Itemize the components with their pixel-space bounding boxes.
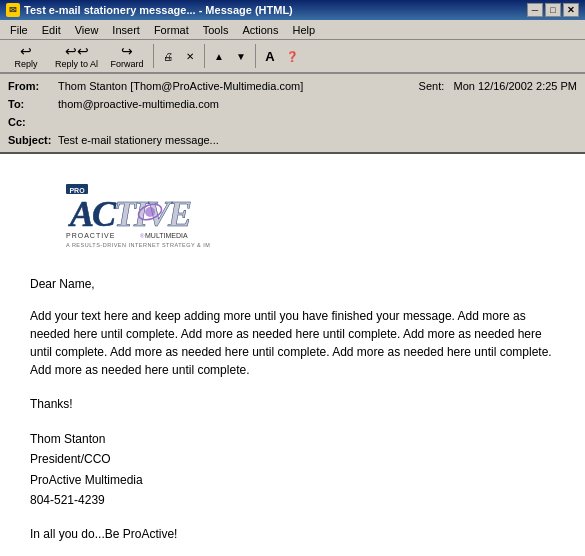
forward-button[interactable]: ↪ Forward (105, 41, 149, 71)
reply-icon: ↩ (20, 44, 32, 58)
sig-title: President/CCO (30, 449, 555, 469)
svg-text:PRO: PRO (69, 187, 85, 194)
menu-tools[interactable]: Tools (197, 23, 235, 37)
close-button[interactable]: ✕ (563, 3, 579, 17)
forward-label: Forward (111, 59, 144, 69)
toolbar-separator-3 (255, 44, 256, 68)
email-body[interactable]: PRO ACTIVE ACTIVE AC PROACTIVE A RESULTS… (0, 154, 585, 556)
reply-all-label: Reply to Al (55, 59, 98, 69)
svg-text:A RESULTS-DRIVEN INTERNET STRA: A RESULTS-DRIVEN INTERNET STRATEGY & IMP… (66, 242, 210, 248)
email-body-inner: PRO ACTIVE ACTIVE AC PROACTIVE A RESULTS… (0, 154, 585, 556)
menu-actions[interactable]: Actions (236, 23, 284, 37)
svg-text:MULTIMEDIA: MULTIMEDIA (145, 232, 188, 239)
svg-point-6 (145, 207, 155, 217)
email-thanks: Thanks! (30, 395, 555, 413)
title-controls[interactable]: ─ □ ✕ (527, 3, 579, 17)
reply-all-button[interactable]: ↩↩ Reply to Al (50, 41, 103, 71)
font-icon: A (265, 49, 274, 64)
sig-phone: 804-521-4239 (30, 490, 555, 510)
sent-label: Sent: (419, 80, 445, 92)
print-icon: 🖨 (163, 51, 173, 62)
main-content: PRO ACTIVE ACTIVE AC PROACTIVE A RESULTS… (0, 154, 585, 556)
svg-text:AC: AC (68, 194, 117, 234)
title-bar: ✉ Test e-mail stationery message... - Me… (0, 0, 585, 20)
window-title: Test e-mail stationery message... - Mess… (24, 4, 293, 16)
sent-value: Mon 12/16/2002 2:25 PM (453, 80, 577, 92)
sig-company: ProActive Multimedia (30, 470, 555, 490)
help-button[interactable]: ❓ (282, 45, 302, 67)
menu-bar: File Edit View Insert Format Tools Actio… (0, 20, 585, 40)
forward-icon: ↪ (121, 44, 133, 58)
maximize-button[interactable]: □ (545, 3, 561, 17)
cc-label: Cc: (8, 114, 58, 130)
menu-format[interactable]: Format (148, 23, 195, 37)
print-button[interactable]: 🖨 (158, 45, 178, 67)
company-logo: PRO ACTIVE ACTIVE AC PROACTIVE A RESULTS… (30, 174, 210, 254)
menu-insert[interactable]: Insert (106, 23, 146, 37)
sent-info: Sent: Mon 12/16/2002 2:25 PM (419, 78, 577, 94)
next-icon: ▼ (236, 51, 246, 62)
email-signature: Thom Stanton President/CCO ProActive Mul… (30, 429, 555, 511)
title-bar-left: ✉ Test e-mail stationery message... - Me… (6, 3, 293, 17)
cc-row: Cc: (8, 114, 577, 130)
svg-text:PROACTIVE: PROACTIVE (66, 232, 115, 239)
toolbar-separator-2 (204, 44, 205, 68)
sig-name: Thom Stanton (30, 429, 555, 449)
next-button[interactable]: ▼ (231, 45, 251, 67)
delete-icon: ✕ (186, 51, 194, 62)
email-tagline: In all you do...Be ProActive! (30, 527, 555, 541)
to-value: thom@proactive-multimedia.com (58, 96, 577, 112)
reply-button[interactable]: ↩ Reply (4, 41, 48, 71)
reply-all-icon: ↩↩ (65, 44, 89, 58)
subject-value: Test e-mail stationery message... (58, 132, 577, 148)
from-row: From: Thom Stanton [Thom@ProActive-Multi… (8, 78, 577, 94)
prev-icon: ▲ (214, 51, 224, 62)
from-label: From: (8, 78, 58, 94)
menu-edit[interactable]: Edit (36, 23, 67, 37)
menu-view[interactable]: View (69, 23, 105, 37)
toolbar-separator-1 (153, 44, 154, 68)
toolbar: ↩ Reply ↩↩ Reply to Al ↪ Forward 🖨 ✕ ▲ ▼… (0, 40, 585, 74)
logo-area: PRO ACTIVE ACTIVE AC PROACTIVE A RESULTS… (30, 174, 555, 257)
menu-file[interactable]: File (4, 23, 34, 37)
subject-label: Subject: (8, 132, 58, 148)
header-fields: From: Thom Stanton [Thom@ProActive-Multi… (0, 74, 585, 154)
menu-help[interactable]: Help (286, 23, 321, 37)
subject-row: Subject: Test e-mail stationery message.… (8, 132, 577, 148)
help-icon: ❓ (286, 51, 298, 62)
delete-button[interactable]: ✕ (180, 45, 200, 67)
from-value: Thom Stanton [Thom@ProActive-Multimedia.… (58, 78, 419, 94)
font-button[interactable]: A (260, 45, 280, 67)
email-greeting: Dear Name, (30, 277, 555, 291)
email-title-icon: ✉ (6, 3, 20, 17)
reply-label: Reply (14, 59, 37, 69)
minimize-button[interactable]: ─ (527, 3, 543, 17)
to-label: To: (8, 96, 58, 112)
email-paragraph: Add your text here and keep adding more … (30, 307, 555, 379)
prev-button[interactable]: ▲ (209, 45, 229, 67)
to-row: To: thom@proactive-multimedia.com (8, 96, 577, 112)
